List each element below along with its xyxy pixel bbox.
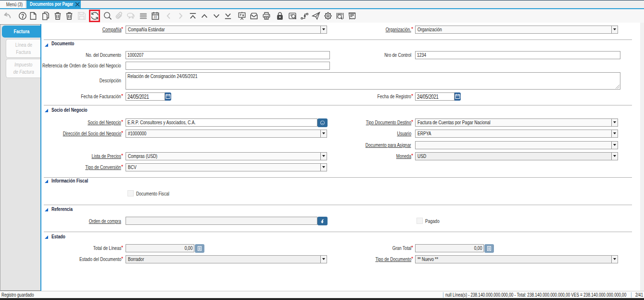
svg-text:31: 31 — [153, 15, 157, 19]
